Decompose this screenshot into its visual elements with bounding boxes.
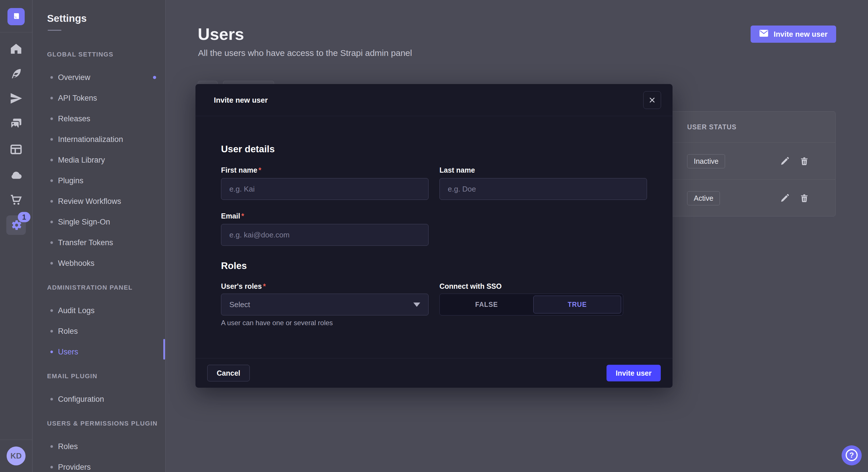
delete-trash-icon[interactable] — [799, 193, 810, 204]
cloud-icon[interactable] — [6, 165, 26, 185]
sso-toggle: FALSE TRUE — [439, 294, 623, 315]
sso-false-option[interactable]: FALSE — [440, 294, 533, 315]
modal-header: Invite new user — [195, 84, 673, 116]
settings-notification-badge: 1 — [18, 212, 30, 222]
connect-sso-label: Connect with SSO — [439, 282, 502, 291]
required-asterisk: * — [263, 282, 266, 290]
users-permissions-list: Roles Providers — [33, 436, 165, 472]
subnav-scrollbar-thumb[interactable] — [163, 339, 165, 360]
layout-window-icon[interactable] — [6, 140, 26, 159]
status-badge: Inactive — [687, 154, 725, 168]
page-title: Users — [198, 24, 244, 43]
modal-title: Invite new user — [214, 96, 268, 104]
help-button[interactable]: ? — [842, 445, 862, 465]
email-field[interactable] — [221, 224, 429, 246]
status-badge: Active — [687, 191, 720, 205]
roles-heading: Roles — [221, 260, 247, 271]
question-mark-icon: ? — [845, 448, 858, 463]
roles-hint: A user can have one or several roles — [221, 319, 333, 327]
sidebar-item-plugins[interactable]: Plugins — [33, 170, 165, 191]
sidebar-item-transfer-tokens[interactable]: Transfer Tokens — [33, 232, 165, 253]
sso-true-option[interactable]: TRUE — [533, 296, 621, 313]
sidebar-item-releases[interactable]: Releases — [33, 108, 165, 129]
sidebar-item-overview[interactable]: Overview — [33, 67, 165, 88]
sidebar-item-internationalization[interactable]: Internationalization — [33, 129, 165, 150]
chevron-down-icon — [413, 303, 420, 307]
invite-new-user-modal: Invite new user User details First name*… — [195, 84, 673, 388]
first-name-field[interactable] — [221, 178, 429, 200]
strapi-admin-screen: 1 KD Settings GLOBAL SETTINGS Overview A… — [0, 0, 868, 472]
global-settings-list: Overview API Tokens Releases Internation… — [33, 67, 165, 274]
users-roles-label: User's roles* — [221, 282, 266, 291]
close-icon[interactable] — [643, 91, 661, 109]
settings-subnav: Settings GLOBAL SETTINGS Overview API To… — [33, 0, 166, 472]
sidebar-item-webhooks[interactable]: Webhooks — [33, 253, 165, 274]
last-name-field[interactable] — [439, 178, 647, 200]
section-administration-panel: ADMINISTRATION PANEL — [47, 284, 165, 291]
section-users-permissions-plugin: USERS & PERMISSIONS PLUGIN — [47, 420, 165, 427]
cancel-button[interactable]: Cancel — [207, 365, 250, 381]
sidebar-item-media-library[interactable]: Media Library — [33, 150, 165, 170]
avatar-divider — [0, 440, 32, 440]
delete-trash-icon[interactable] — [799, 156, 810, 167]
subnav-title-underline — [48, 30, 61, 31]
section-global-settings: GLOBAL SETTINGS — [47, 51, 165, 58]
strapi-logo-icon — [11, 11, 21, 22]
invite-new-user-button[interactable]: Invite new user — [751, 26, 836, 43]
section-email-plugin: EMAIL PLUGIN — [47, 372, 165, 380]
sidebar-item-review-workflows[interactable]: Review Workflows — [33, 191, 165, 212]
content-builder-feather-icon[interactable] — [6, 64, 26, 83]
page-subtitle: All the users who have access to the Str… — [198, 48, 412, 58]
icon-rail: 1 KD — [0, 0, 32, 472]
modal-footer: Cancel Invite user — [195, 358, 673, 388]
content-manager-send-icon[interactable] — [6, 89, 26, 108]
marketplace-cart-icon[interactable] — [6, 190, 26, 210]
last-name-label: Last name — [439, 166, 475, 174]
rail-divider — [0, 32, 32, 32]
sidebar-item-api-tokens[interactable]: API Tokens — [33, 88, 165, 108]
user-details-heading: User details — [221, 144, 275, 155]
edit-pencil-icon[interactable] — [779, 156, 790, 167]
email-label: Email* — [221, 212, 244, 220]
sidebar-item-up-roles[interactable]: Roles — [33, 436, 165, 457]
required-asterisk: * — [241, 212, 244, 220]
settings-gear-icon[interactable]: 1 — [6, 215, 26, 235]
strapi-logo[interactable] — [7, 8, 25, 25]
media-library-icon[interactable] — [6, 114, 26, 134]
home-icon[interactable] — [6, 39, 26, 59]
sidebar-item-admin-roles[interactable]: Roles — [33, 321, 165, 341]
email-plugin-list: Configuration — [33, 389, 165, 409]
users-roles-select[interactable]: Select — [221, 294, 429, 315]
subnav-title: Settings — [47, 12, 165, 24]
invite-user-button[interactable]: Invite user — [607, 365, 661, 381]
administration-panel-list: Audit Logs Roles Users — [33, 300, 165, 362]
first-name-label: First name* — [221, 166, 261, 174]
select-placeholder: Select — [229, 300, 250, 309]
required-asterisk: * — [258, 166, 261, 174]
avatar[interactable]: KD — [7, 446, 26, 465]
sidebar-item-configuration[interactable]: Configuration — [33, 389, 165, 409]
sidebar-item-single-sign-on[interactable]: Single Sign-On — [33, 212, 165, 232]
sidebar-item-users[interactable]: Users — [33, 341, 165, 362]
sidebar-item-audit-logs[interactable]: Audit Logs — [33, 300, 165, 321]
sidebar-item-providers[interactable]: Providers — [33, 457, 165, 472]
envelope-icon — [759, 30, 768, 39]
edit-pencil-icon[interactable] — [779, 193, 790, 204]
svg-text:?: ? — [849, 451, 854, 460]
overview-notification-dot — [153, 76, 156, 79]
